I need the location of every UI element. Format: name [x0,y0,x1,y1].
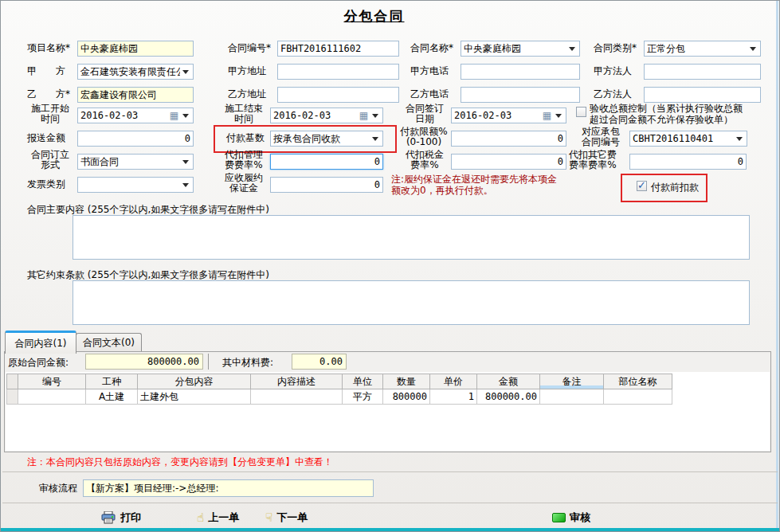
party-a-select[interactable]: 金石建筑安装有限责任公司 [77,64,194,80]
grid-cell-subcontent[interactable]: 土建外包 [138,389,251,405]
party-a-tel-input[interactable] [461,64,580,80]
grid-header-worktype[interactable]: 工种 [86,374,138,389]
approval-flow-field[interactable] [83,479,374,497]
original-amount-field: 800000.00 [85,354,203,370]
dropdown-arrow-icon [372,114,378,118]
grid-header-unitprice[interactable]: 单价 [430,374,477,389]
party-a-legal-label: 甲方法人 [594,66,643,76]
audit-button[interactable]: 审核 [552,509,590,526]
contract-name-value: 中央豪庭柿园 [464,42,566,56]
related-contract-select[interactable]: CBHT2016110401 [629,131,747,147]
contract-name-select[interactable]: 中央豪庭柿园 [461,41,580,57]
party-a-legal-input[interactable] [644,64,761,80]
grid-header-code[interactable]: 编号 [18,374,86,389]
grid-cell-remark[interactable] [540,389,604,405]
start-date-value: 2016-02-03 [80,110,170,121]
deposit-note: 注:履约保证金在退还时需要先将本项金 额改为0，再执行付款。 [391,174,584,196]
acceptance-total-checkbox-label: 验收总额控制（当累计执行验收总额 超过合同金额不允许保存验收单） [590,103,743,125]
grid-cell-rowselector[interactable] [7,389,18,405]
mgmt-fee-rate-label: 代扣管理 费费率% [219,150,268,170]
other-terms-label: 其它约束条款 (255个字以内,如果文字很多请写在附件中) [27,270,346,280]
other-terms-textarea[interactable] [73,280,750,325]
grid-header-subcontent[interactable]: 分包内容 [138,374,251,389]
grid-cell-unit[interactable]: 平方 [343,389,383,405]
party-a-value: 金石建筑安装有限责任公司 [80,65,180,79]
report-amount-input[interactable] [77,131,194,147]
calendar-icon [170,111,178,120]
mgmt-fee-rate-input[interactable] [270,154,383,170]
grid-header-row: 编号 工种 分包内容 内容描述 单位 数量 单价 金额 备注 部位名称 [7,374,672,389]
next-record-button[interactable]: 下一单 [265,509,308,526]
dropdown-arrow-icon [182,114,189,118]
payment-limit-input[interactable] [451,131,566,147]
end-date-picker[interactable]: 2016-02-03 [270,108,383,123]
subcontract-form-window: 分包合同 项目名称* 合同编号* 合同名称* 中央豪庭柿园 合同类别* 正常分包… [0,0,780,532]
end-date-label: 施工结束 时间 [219,104,268,124]
grid-header-unit[interactable]: 单位 [343,374,383,389]
pre-deduct-checkbox[interactable] [637,181,647,191]
party-a-addr-label: 甲方地址 [228,66,277,76]
dropdown-arrow-icon [372,137,378,141]
original-amount-label: 原始合同金额: [8,356,69,370]
tax-rate-input[interactable] [451,154,566,170]
grid-data-row: A土建 土建外包 平方 800000 1 800000.00 [7,389,672,405]
start-date-label: 施工开始 时间 [25,104,75,124]
payment-limit-label: 付款限额% (0-100) [399,127,449,147]
sign-date-picker[interactable]: 2016-02-03 [451,108,566,123]
sign-date-label: 合同签订 日期 [401,104,449,124]
window-right-frame [776,1,778,528]
main-content-label: 合同主要内容 (255个字以内,如果文字很多请写在附件中) [27,205,346,215]
party-b-tel-label: 乙方电话 [410,89,460,100]
acceptance-total-checkbox[interactable] [576,107,586,117]
tax-rate-label: 代扣税金 费率% [401,150,449,170]
grid-cell-description[interactable] [251,389,343,405]
grid-cell-partname[interactable] [604,389,672,405]
contract-content-panel: 原始合同金额: 800000.00 其中材料费: 0.00 编号 工种 分包内容… [4,351,771,452]
content-change-note: 注：本合同内容只包括原始内容，变更内容请到【分包变更单】中查看！ [27,456,585,467]
project-name-label: 项目名称* [27,43,76,53]
grid-cell-amount[interactable]: 800000.00 [477,389,540,405]
grid-header-partname[interactable]: 部位名称 [604,374,672,389]
invoice-type-select[interactable] [77,177,194,193]
contract-no-label: 合同编号* [228,43,277,53]
contract-type-select[interactable]: 正常分包 [644,41,761,57]
print-button[interactable]: 打印 [101,509,141,526]
grid-cell-worktype[interactable]: A土建 [86,389,138,405]
detail-grid: 编号 工种 分包内容 内容描述 单位 数量 单价 金额 备注 部位名称 A土建 … [6,374,672,405]
calendar-icon [359,111,368,120]
payment-base-label: 付款基数 [226,133,271,143]
grid-cell-unitprice[interactable]: 1 [430,389,477,405]
main-content-textarea[interactable] [73,215,750,260]
party-b-input[interactable] [77,87,194,103]
party-a-label: 甲 方 [27,66,76,76]
deposit-input[interactable] [270,177,383,193]
grid-header-description[interactable]: 内容描述 [251,374,343,389]
prev-record-button[interactable]: 上一单 [197,509,239,526]
grid-cell-code[interactable] [18,389,86,405]
deposit-label: 应收履约 保证金 [219,173,268,194]
project-name-input[interactable] [77,41,194,57]
party-b-addr-input[interactable] [277,87,399,103]
party-b-label: 乙 方* [27,89,76,100]
prev-record-label: 上一单 [208,510,239,525]
party-a-addr-input[interactable] [277,64,399,80]
party-b-tel-input[interactable] [461,87,580,103]
tab-contract-content-label: 合同内容(1) [15,337,67,350]
start-date-picker[interactable]: 2016-02-03 [77,108,194,123]
grid-header-amount[interactable]: 金额 [477,374,540,389]
contract-no-input[interactable] [277,41,399,57]
grid-header-remark[interactable]: 备注 [540,374,604,389]
payment-base-select[interactable]: 按承包合同收款 [270,131,383,147]
grid-header-quantity[interactable]: 数量 [383,374,430,389]
contract-form-select[interactable]: 书面合同 [77,154,194,170]
other-fee-rate-label: 代扣其它费 费率费率% [559,150,627,170]
payment-base-value: 按承包合同收款 [273,132,370,146]
detail-grid-area[interactable]: 编号 工种 分包内容 内容描述 单位 数量 单价 金额 备注 部位名称 A土建 … [6,372,770,451]
tab-contract-text[interactable]: 合同文本(0) [76,333,142,352]
tab-contract-content[interactable]: 合同内容(1) [5,331,76,354]
grid-header-rowselector[interactable] [7,374,18,389]
other-fee-rate-input[interactable] [629,154,747,170]
related-contract-label: 对应承包 合同编号 [576,127,625,147]
grid-cell-quantity[interactable]: 800000 [383,389,430,405]
party-b-legal-input[interactable] [644,87,761,103]
